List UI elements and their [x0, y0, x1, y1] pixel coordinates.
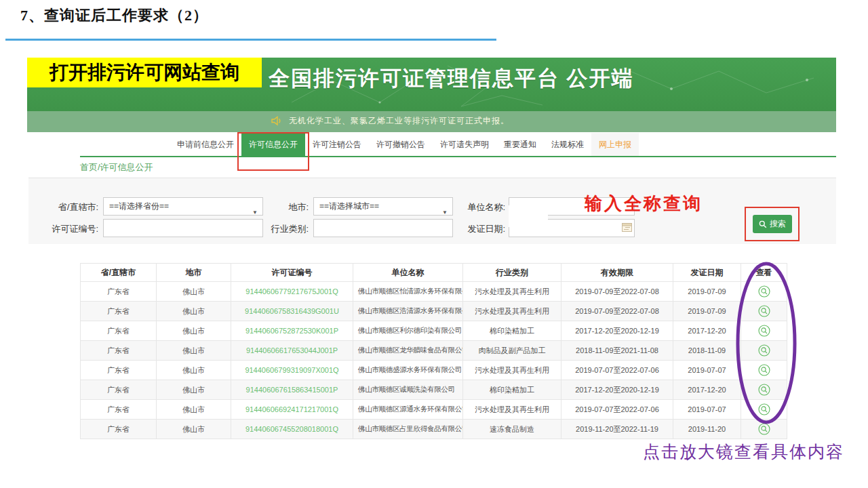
magnifier-view-icon[interactable]	[758, 325, 770, 337]
cell-province: 广东省	[81, 400, 157, 420]
cell-view	[741, 361, 787, 380]
permit-number-link[interactable]: 914406067615863415001P	[231, 380, 353, 400]
red-annotation-fullname: 输入全称查询	[585, 192, 703, 216]
cell-view	[741, 282, 787, 302]
cell-validity: 2017-12-20至2020-12-19	[561, 380, 673, 400]
province-label: 省/直辖市:	[41, 201, 98, 214]
cell-issue-date: 2019-07-07	[673, 361, 741, 380]
permit-results-table: 省/直辖市 地市 许可证编号 单位名称 行业类别 有效期限 发证日期 查看 广东…	[80, 263, 787, 439]
cell-view	[741, 400, 787, 420]
province-select-value: ==请选择省份==	[109, 201, 169, 211]
cell-city: 佛山市	[157, 302, 231, 321]
permit-no-input[interactable]	[103, 219, 263, 237]
cell-unit-name: 佛山市顺德区源通水务环保有限公司	[353, 400, 463, 420]
tab-permit-revocation-notice[interactable]: 许可撤销公告	[369, 133, 433, 156]
permit-number-link[interactable]: 91440606799319097X001Q	[231, 361, 353, 380]
city-label: 地市:	[268, 201, 309, 214]
permit-number-link[interactable]: 91440606752872530K001P	[231, 321, 353, 341]
tab-regulations-standards[interactable]: 法规标准	[544, 133, 591, 156]
cell-province: 广东省	[81, 420, 157, 439]
cell-unit-name: 佛山市顺德区龙华腊味食品有限公司	[353, 341, 463, 361]
table-row: 广东省 佛山市 914406067615863415001P 佛山市顺德区诚顺洗…	[81, 380, 787, 400]
cell-province: 广东省	[81, 302, 157, 321]
cell-issue-date: 2019-07-09	[673, 302, 741, 321]
cell-unit-name: 佛山市顺德区诚顺洗染有限公司	[353, 380, 463, 400]
cell-industry: 棉印染精加工	[463, 321, 561, 341]
magnifier-view-icon[interactable]	[758, 384, 770, 396]
cell-issue-date: 2019-11-20	[673, 420, 741, 439]
cell-validity: 2019-07-09至2022-07-08	[561, 282, 673, 302]
unit-name-label: 单位名称:	[465, 201, 505, 214]
industry-label: 行业类别:	[268, 223, 309, 235]
table-header-row: 省/直辖市 地市 许可证编号 单位名称 行业类别 有效期限 发证日期 查看	[81, 264, 787, 282]
speaker-icon	[271, 116, 283, 126]
cell-city: 佛山市	[157, 361, 231, 380]
red-annotation-box-search	[745, 207, 800, 241]
cell-city: 佛山市	[157, 400, 231, 420]
cell-city: 佛山市	[157, 282, 231, 302]
col-header-industry: 行业类别	[463, 264, 561, 282]
permit-number-link[interactable]: 914406067455208018001Q	[231, 420, 353, 439]
cell-province: 广东省	[81, 282, 157, 302]
col-header-unit-name: 单位名称	[353, 264, 463, 282]
permit-number-link[interactable]: 91440606779217675J001Q	[231, 282, 353, 302]
cell-validity: 2019-11-20至2022-11-19	[561, 420, 673, 439]
col-header-view: 查看	[741, 264, 787, 282]
red-annotation-box-active-tab	[237, 132, 309, 171]
cell-view	[741, 380, 787, 400]
permit-number-link[interactable]: 914406066924171217001Q	[231, 400, 353, 420]
cell-province: 广东省	[81, 380, 157, 400]
table-row: 广东省 佛山市 914406066924171217001Q 佛山市顺德区源通水…	[81, 400, 787, 420]
cell-city: 佛山市	[157, 380, 231, 400]
tab-important-notice[interactable]: 重要通知	[496, 133, 544, 156]
magnifier-view-icon[interactable]	[758, 364, 770, 376]
cell-city: 佛山市	[157, 321, 231, 341]
magnifier-view-icon[interactable]	[758, 423, 770, 435]
yellow-highlight-label: 打开排污许可网站查询	[27, 58, 262, 87]
industry-input[interactable]	[313, 219, 453, 237]
cell-issue-date: 2017-12-20	[673, 321, 741, 341]
announcement-text: 无机化学工业、聚氯乙烯工业等排污许可证可正式申报。	[289, 115, 509, 127]
cell-industry: 肉制品及副产品加工	[463, 341, 561, 361]
calendar-icon[interactable]	[622, 223, 632, 232]
announcement-strip: 无机化学工业、聚氯乙烯工业等排污许可证可正式申报。	[27, 111, 836, 132]
col-header-province: 省/直辖市	[81, 264, 157, 282]
cell-industry: 棉印染精加工	[463, 380, 561, 400]
table-row: 广东省 佛山市 91440606617653044J001P 佛山市顺德区龙华腊…	[81, 341, 787, 361]
cell-validity: 2019-07-07至2022-07-06	[561, 361, 673, 380]
tab-permit-cancellation-notice[interactable]: 许可注销公告	[305, 133, 369, 156]
cell-province: 广东省	[81, 341, 157, 361]
cell-view	[741, 341, 787, 361]
table-row: 广东省 佛山市 91440606799319097X001Q 佛山市顺德盛源水务…	[81, 361, 787, 380]
redaction-whiteout-block	[509, 205, 548, 227]
tab-permit-loss-statement[interactable]: 许可遗失声明	[433, 133, 496, 156]
cell-industry: 污水处理及其再生利用	[463, 361, 561, 380]
magnifier-view-icon[interactable]	[758, 344, 770, 357]
permit-number-link[interactable]: 91440606617653044J001P	[231, 341, 353, 361]
tab-pre-application-disclosure[interactable]: 申请前信息公开	[170, 133, 241, 156]
cell-validity: 2017-12-20至2020-12-19	[561, 321, 673, 341]
cell-validity: 2019-07-07至2022-07-06	[561, 400, 673, 420]
permit-number-link[interactable]: 91440606758316439G001U	[231, 302, 353, 321]
title-divider-line	[5, 39, 496, 41]
cell-city: 佛山市	[157, 420, 231, 439]
magnifier-view-icon[interactable]	[758, 285, 770, 298]
col-header-permit-no: 许可证编号	[231, 264, 353, 282]
slide-canvas: 7、查询证后工作要求（2） 全国排污许可证管理信息平台 公开端 打开排污许可网站…	[0, 0, 868, 488]
breadcrumb[interactable]: 首页/许可信息公开	[80, 161, 153, 174]
slide-title: 7、查询证后工作要求（2）	[20, 5, 208, 26]
tabbar-green-underline	[80, 156, 836, 157]
table-row: 广东省 佛山市 91440606779217675J001Q 佛山市顺德区怡清源…	[81, 282, 787, 302]
magnifier-view-icon[interactable]	[758, 305, 770, 317]
province-select[interactable]: ==请选择省份== ▼	[103, 197, 263, 216]
table-row: 广东省 佛山市 91440606758316439G001U 佛山市顺德区浩清源…	[81, 302, 787, 321]
cell-industry: 污水处理及其再生利用	[463, 302, 561, 321]
tab-online-application[interactable]: 网上申报	[591, 133, 639, 156]
magnifier-view-icon[interactable]	[758, 403, 770, 415]
city-select-value: ==请选择城市==	[319, 201, 379, 211]
city-select[interactable]: ==请选择城市== ▼	[313, 197, 453, 216]
cell-unit-name: 佛山市顺德盛源水务环保有限公司	[353, 361, 463, 380]
cell-validity: 2018-11-09至2021-11-08	[561, 341, 673, 361]
cell-industry: 污水处理及其再生利用	[463, 282, 561, 302]
permit-no-label: 许可证编号:	[41, 223, 98, 235]
